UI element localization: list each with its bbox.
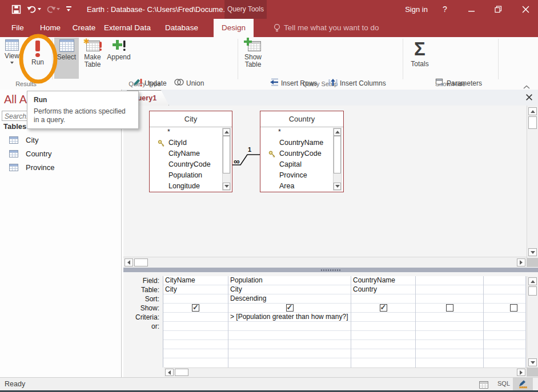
tab-database-tools[interactable]: Database Tools bbox=[155, 19, 208, 37]
field-row[interactable]: CountryCode bbox=[279, 148, 322, 159]
field-row[interactable]: CountryName bbox=[279, 138, 323, 148]
country-fields-scrollbar[interactable] bbox=[333, 128, 342, 191]
minimize-button[interactable] bbox=[460, 0, 483, 19]
nav-item-city[interactable]: City bbox=[0, 135, 120, 145]
undo-dropdown-caret[interactable] bbox=[38, 8, 41, 10]
insert-rows-button[interactable]: Insert Rows bbox=[270, 78, 317, 88]
totals-icon: Σ bbox=[414, 39, 425, 59]
key-icon bbox=[268, 150, 276, 160]
nav-item-country[interactable]: Country bbox=[0, 148, 120, 159]
grid-row-label: Field: bbox=[127, 277, 161, 286]
field-row[interactable]: CityName bbox=[168, 148, 200, 159]
nav-pane: All Access Objects Search... Tables City… bbox=[0, 90, 122, 377]
qat-customize-caret[interactable] bbox=[67, 9, 70, 11]
datasheet-view-icon[interactable] bbox=[479, 381, 488, 391]
group-label-results: Results bbox=[0, 80, 52, 88]
grid-column[interactable]: CountryName Country bbox=[351, 276, 416, 367]
help-button[interactable]: ? bbox=[435, 0, 455, 19]
tooltip-body: Performs the actions specified in a quer… bbox=[34, 107, 132, 124]
view-button[interactable]: View bbox=[1, 38, 23, 79]
make-table-icon: ✱ bbox=[85, 39, 101, 52]
field-row[interactable]: Province bbox=[279, 170, 307, 181]
grid-column[interactable]: Population City Descending > [Population… bbox=[228, 276, 351, 367]
show-checkbox[interactable] bbox=[446, 304, 453, 312]
tab-create[interactable]: Create bbox=[70, 19, 98, 37]
tab-external-data[interactable]: External Data bbox=[104, 19, 151, 37]
field-row[interactable]: * bbox=[167, 127, 170, 138]
append-icon bbox=[111, 39, 126, 52]
field-row[interactable]: CountryCode bbox=[168, 159, 211, 170]
table-card-title: City bbox=[150, 111, 232, 127]
status-bar: Ready SQL bbox=[0, 377, 538, 390]
show-checkbox[interactable] bbox=[192, 304, 199, 312]
tab-file[interactable]: File bbox=[7, 19, 29, 37]
view-icon bbox=[5, 39, 19, 51]
key-icon bbox=[158, 139, 165, 149]
grid-row-label: Table: bbox=[127, 286, 161, 295]
show-checkbox[interactable] bbox=[380, 304, 387, 312]
run-button[interactable]: Run bbox=[24, 38, 51, 79]
sign-in-button[interactable]: Sign in bbox=[402, 0, 431, 19]
grid-row-label: Sort: bbox=[127, 295, 161, 304]
design-view-icon[interactable] bbox=[513, 378, 533, 390]
field-row[interactable]: Longitude bbox=[168, 181, 200, 192]
status-ready: Ready bbox=[5, 378, 25, 390]
field-row[interactable]: CityId bbox=[168, 138, 187, 148]
totals-button[interactable]: Σ Totals bbox=[407, 38, 433, 79]
make-table-button[interactable]: ✱ Make Table bbox=[80, 38, 105, 79]
show-checkbox[interactable] bbox=[510, 304, 517, 312]
join-many-symbol: ∞ bbox=[234, 156, 240, 166]
tooltip-title: Run bbox=[34, 96, 132, 104]
append-button[interactable]: Append bbox=[106, 38, 131, 79]
ribbon: Results Query Type Query Setup Show/Hide… bbox=[0, 37, 538, 90]
close-button[interactable] bbox=[513, 0, 538, 19]
tell-me-box[interactable]: Tell me what you want to do bbox=[284, 19, 379, 37]
view-dropdown-caret[interactable] bbox=[10, 62, 14, 64]
parameters-button[interactable]: ? Parameters bbox=[435, 78, 482, 88]
nav-item-province[interactable]: Province bbox=[0, 162, 120, 172]
close-document-icon[interactable] bbox=[525, 93, 533, 103]
grid-vscrollbar[interactable] bbox=[527, 276, 538, 367]
window-title: Earth : Database- C:\Users\Fred\Docume..… bbox=[87, 0, 229, 19]
grid-row-label: or: bbox=[127, 322, 161, 332]
select-button[interactable]: Select bbox=[54, 38, 79, 79]
update-button[interactable]: Update bbox=[133, 78, 167, 88]
grid-hscrollbar[interactable] bbox=[164, 367, 527, 377]
pane-splitter[interactable] bbox=[123, 268, 538, 272]
qat-customize-icon[interactable] bbox=[66, 6, 71, 7]
grid-row-label: Criteria: bbox=[127, 313, 161, 322]
save-icon[interactable] bbox=[11, 4, 21, 14]
restore-button[interactable] bbox=[487, 0, 509, 19]
city-fields-scrollbar[interactable] bbox=[222, 128, 231, 191]
field-row[interactable]: Population bbox=[168, 170, 202, 181]
document-tab-bar bbox=[122, 90, 538, 106]
union-button[interactable]: Union bbox=[174, 78, 204, 88]
lightbulb-icon bbox=[273, 23, 281, 35]
grid-column[interactable] bbox=[484, 276, 526, 367]
ribbon-tab-row: File Home Create External Data Database … bbox=[0, 19, 538, 37]
diagram-vscrollbar[interactable] bbox=[527, 106, 538, 258]
table-card-title: Country bbox=[260, 111, 343, 127]
redo-icon bbox=[46, 4, 56, 14]
join-one-symbol: 1 bbox=[248, 146, 251, 153]
run-tooltip: Run Performs the actions specified in a … bbox=[27, 91, 139, 129]
nav-group-tables[interactable]: Tables bbox=[3, 122, 26, 131]
field-row[interactable]: Capital bbox=[279, 159, 302, 170]
insert-rows-icon bbox=[270, 78, 279, 88]
titlebar: Earth : Database- C:\Users\Fred\Docume..… bbox=[0, 0, 538, 19]
insert-columns-button[interactable]: Insert Columns bbox=[328, 78, 386, 88]
grid-column[interactable] bbox=[416, 276, 484, 367]
show-checkbox[interactable] bbox=[286, 304, 294, 312]
grid-column[interactable]: CityName City bbox=[163, 276, 228, 367]
field-row[interactable]: * bbox=[278, 127, 281, 138]
contextual-tab-query-tools[interactable]: Query Tools bbox=[224, 0, 267, 19]
diagram-hscrollbar[interactable] bbox=[123, 257, 527, 268]
tab-design[interactable]: Design bbox=[214, 19, 254, 37]
sql-view-icon[interactable]: SQL bbox=[497, 380, 510, 387]
field-row[interactable]: Area bbox=[279, 181, 294, 192]
show-table-button[interactable]: Show Table bbox=[240, 38, 266, 79]
tab-home[interactable]: Home bbox=[37, 19, 64, 37]
union-icon bbox=[174, 78, 184, 88]
redo-dropdown-caret bbox=[57, 8, 60, 10]
undo-icon[interactable] bbox=[27, 4, 37, 14]
